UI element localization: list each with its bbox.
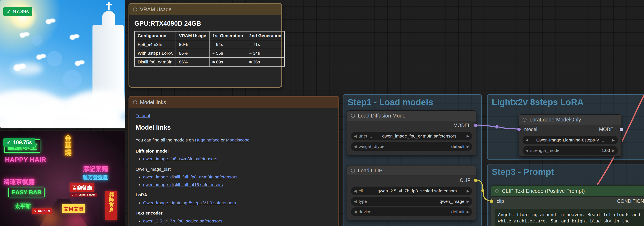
widget-value: default	[374, 209, 464, 214]
cross-icon	[108, 2, 110, 11]
arrow-left-icon[interactable]: ◀	[526, 138, 528, 142]
model-link[interactable]: qwen_image_distill_full_fp8_e4m3fn.safet…	[143, 174, 238, 179]
node-load-diffusion-model[interactable]: Load Diffusion Model MODEL ◀ unet ... qw…	[347, 110, 476, 155]
collapse-dot-icon[interactable]	[133, 8, 137, 12]
section-label: LoRA	[136, 192, 332, 198]
preview-image-heaven[interactable]: ✓ 97.39s	[0, 0, 126, 128]
node-load-clip[interactable]: Load CLIP CLIP ◀ cli ... qwen_2.5_vl_7b_…	[347, 165, 476, 220]
widget-clip-name[interactable]: ◀ cli ... qwen_2.5_vl_7b_fp8_scaled.safe…	[351, 187, 472, 195]
node-title-bar[interactable]: CLIP Text Encode (Positive Prompt)	[491, 185, 644, 197]
widget-label: type	[359, 199, 367, 204]
arrow-right-icon[interactable]: ▶	[466, 134, 469, 138]
arrow-right-icon[interactable]: ▶	[612, 148, 615, 153]
widget-label: cli ...	[359, 188, 368, 193]
table-cell: Distill fp8_e4m3fn	[134, 58, 176, 66]
node-vram-usage[interactable]: VRAM Usage GPU:RTX4090D 24GB Configurati…	[128, 3, 282, 88]
widget-value: qwen_image	[369, 199, 464, 204]
modelscope-link[interactable]: Modelscope	[226, 138, 250, 142]
table-cell: ≈ 55s	[209, 49, 246, 58]
collapse-dot-icon[interactable]	[495, 189, 499, 193]
model-output-label: MODEL	[454, 123, 470, 128]
model-link[interactable]: Qwen-Image-Lightning-8steps-V1.0.safeten…	[143, 200, 236, 205]
model-input-dot[interactable]	[517, 128, 521, 132]
arrow-right-icon[interactable]: ▶	[466, 199, 469, 204]
widget-type[interactable]: ◀ type qwen_image ▶	[351, 197, 472, 206]
list-item: qwen_image_distill_full_bf16.safetensors	[143, 181, 332, 188]
collapse-dot-icon[interactable]	[522, 118, 526, 122]
arrow-left-icon[interactable]: ◀	[354, 134, 356, 138]
node-title: Load Diffusion Model	[358, 113, 406, 119]
neon-sign: CITY LIGHTS BAR	[70, 193, 97, 197]
group-title[interactable]: Step3 - Prompt	[488, 164, 644, 179]
model-link[interactable]: qwen_image_distill_full_bf16.safetensors	[143, 182, 223, 187]
table-cell: ≈ 69s	[209, 58, 246, 66]
table-header: 1st Generation	[209, 31, 246, 40]
check-icon: ✓	[7, 9, 11, 15]
widget-label: weight_dtype	[359, 144, 384, 149]
widget-lora-name[interactable]: ◀ Qwen-Image-Lightning-8steps-V ... ▶	[522, 136, 618, 144]
table-row: With 8steps LoRA 86% ≈ 55s ≈ 34s	[134, 49, 284, 58]
list-item: qwen_image_fp8_e4m3fn.safetensors	[143, 155, 332, 162]
widget-strength-model[interactable]: ◀ strength_model 1.00 ▶	[522, 146, 618, 155]
widget-device[interactable]: ◀ device default ▶	[351, 207, 472, 216]
collapse-dot-icon[interactable]	[351, 169, 355, 173]
widget-label: unet ...	[359, 134, 372, 139]
arrow-left-icon[interactable]: ◀	[354, 189, 356, 193]
model-input-label: model	[524, 127, 537, 132]
arrow-left-icon[interactable]: ◀	[526, 148, 528, 153]
io-row: model MODEL	[519, 125, 622, 134]
arrow-right-icon[interactable]: ▶	[466, 210, 469, 214]
angel-figure	[74, 59, 85, 67]
node-model-links[interactable]: Model links Tutorial Model links You can…	[128, 96, 339, 226]
neon-sign: 鴻運茶餐廳	[3, 177, 34, 186]
neon-sign: 文泉文具	[62, 204, 86, 213]
clip-input-dot[interactable]	[490, 199, 494, 203]
node-title-bar[interactable]: Model links	[129, 97, 338, 108]
widget-unet-name[interactable]: ◀ unet ... qwen_image_fp8_e4m3fn.safeten…	[351, 132, 472, 141]
neon-sign: 百樂餐廳	[70, 183, 94, 192]
section-label: Diffusion model	[136, 148, 332, 154]
clip-output-dot[interactable]	[474, 178, 478, 182]
widget-value: qwen_2.5_vl_7b_fp8_scaled.safetensors	[370, 188, 464, 193]
collapse-dot-icon[interactable]	[351, 114, 355, 118]
node-clip-text-encode-positive[interactable]: CLIP Text Encode (Positive Prompt) clip …	[491, 185, 644, 226]
tutorial-link[interactable]: Tutorial	[136, 113, 150, 118]
output-row: MODEL	[347, 121, 476, 130]
neon-sign: 添記粥麵	[83, 164, 108, 173]
lens-flare	[62, 70, 82, 89]
arrow-right-icon[interactable]: ▶	[466, 189, 469, 193]
arrow-left-icon[interactable]: ◀	[354, 144, 356, 149]
group-title[interactable]: Lightx2v 8steps LoRA	[488, 95, 644, 110]
arrow-left-icon[interactable]: ◀	[354, 210, 356, 214]
collapse-dot-icon[interactable]	[133, 100, 137, 104]
node-title: VRAM Usage	[140, 7, 172, 13]
widget-label: strength_model	[530, 148, 560, 153]
node-title-bar[interactable]: Load CLIP	[347, 165, 476, 176]
node-title-bar[interactable]: Load Diffusion Model	[347, 110, 476, 121]
widget-value: default	[386, 144, 464, 149]
arrow-left-icon[interactable]: ◀	[354, 199, 356, 204]
widget-weight-dtype[interactable]: ◀ weight_dtype default ▶	[351, 142, 472, 151]
model-link[interactable]: qwen_image_fp8_e4m3fn.safetensors	[143, 156, 217, 161]
neon-sign: 雅芳髮型屋	[83, 173, 108, 181]
model-output-dot[interactable]	[474, 124, 478, 128]
cross-icon	[106, 4, 112, 6]
list-item: qwen_2.5_vl_7b_fp8_scaled.safetensors	[143, 218, 332, 224]
huggingface-link[interactable]: Huggingface	[195, 138, 220, 142]
node-lora-loader-model-only[interactable]: LoraLoaderModelOnly model MODEL ◀ Qwen-I…	[518, 114, 622, 157]
clip-output-label: CLIP	[460, 178, 470, 183]
node-title-bar[interactable]: VRAM Usage	[129, 4, 282, 15]
model-output-dot[interactable]	[620, 128, 624, 132]
prompt-textarea[interactable]: Angels floating around in heaven. Beauti…	[495, 209, 644, 226]
node-title: Model links	[140, 99, 166, 105]
clip-input-label: clip	[497, 198, 504, 204]
arrow-right-icon[interactable]: ▶	[612, 138, 615, 142]
lens-flare	[31, 34, 42, 46]
node-title-bar[interactable]: LoraLoaderModelOnly	[519, 115, 622, 125]
preview-image-neon-street[interactable]: 龍鳳冰室 HAPPY HAIR 金華燒 添記粥麵 雅芳髮型屋 鴻運茶餐廳 EAS…	[0, 131, 126, 226]
arrow-right-icon[interactable]: ▶	[466, 144, 469, 149]
model-link[interactable]: qwen_2.5_vl_7b_fp8_scaled.safetensors	[143, 218, 222, 223]
section-label: Text encoder	[136, 210, 332, 216]
table-cell: ≈ 34s	[246, 49, 284, 58]
group-title[interactable]: Step1 - Load models	[344, 95, 481, 110]
